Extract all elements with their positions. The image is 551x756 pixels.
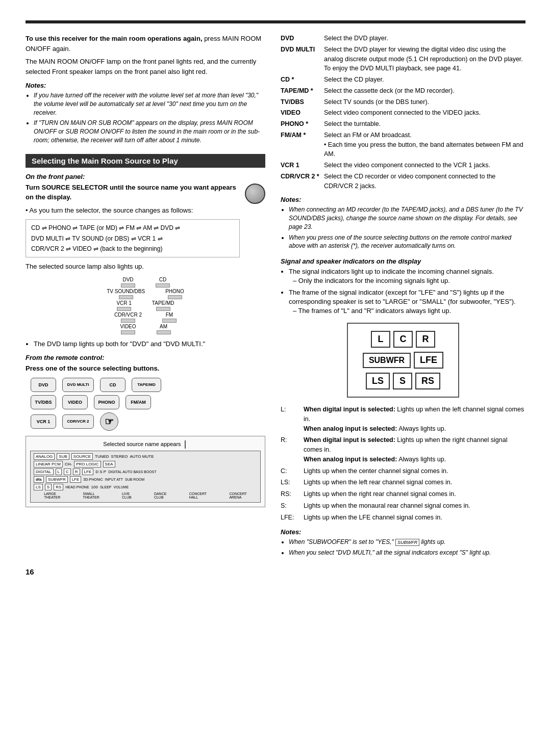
- channel-desc-table: L: When digital input is selected: Light…: [281, 405, 525, 522]
- src-dvd-desc: Select the DVD player.: [324, 34, 525, 43]
- sig-S: S: [393, 373, 412, 389]
- signal-bullets: The signal indicators light up to indica…: [289, 267, 525, 316]
- src-tapemd: TAPE/MD * Select the cassette deck (or t…: [281, 86, 525, 96]
- display-top-label: Selected source name appears: [30, 440, 261, 449]
- source-tvsound-label: TV SOUND/DBS: [107, 289, 145, 294]
- src-dvdmulti-desc: Select the DVD player for viewing the di…: [324, 45, 525, 73]
- disp-volume: VOLUME: [114, 485, 129, 489]
- disp-sub: SUB: [57, 453, 69, 460]
- remote-btn-hand: ☞: [100, 412, 118, 431]
- disp-3d: 3D-PHONIC: [83, 478, 103, 481]
- ch-S-desc: Lights up when the monaural rear channel…: [304, 501, 525, 511]
- disp-sea: SEA: [103, 461, 115, 467]
- signal-bullet-2: The frame of the signal indicator (excep…: [289, 288, 525, 316]
- disp-tuned: TUNED: [95, 454, 109, 459]
- source-tapemd: TAPE/MD: [152, 300, 174, 311]
- source-fm: FM: [162, 312, 177, 323]
- ch-LFE: LFE: Lights up when the LFE channel sign…: [281, 513, 525, 523]
- src-phono: PHONO * Select the turntable.: [281, 119, 525, 129]
- src-cd: CD * Select the CD player.: [281, 75, 525, 85]
- remote-btn-fmam[interactable]: FM/AM: [126, 395, 151, 409]
- display-row4: dts SUBWFR LFE 3D-PHONIC INPUT ATT SUB R…: [34, 476, 257, 483]
- disp-dsp: D S P: [95, 470, 106, 474]
- src-cdrvcr2: CDR/VCR 2 * Select the CD recorder or vi…: [281, 172, 525, 191]
- src-vcr1-label: VCR 1: [281, 161, 324, 170]
- subwfr-badge: SUBWFR: [395, 539, 419, 546]
- src-dvd: DVD Select the DVD player.: [281, 34, 525, 43]
- left-column: To use this receiver for the main room o…: [26, 34, 265, 562]
- src-cdrvcr2-desc: Select the CD recorder or video componen…: [324, 172, 525, 191]
- source-row-4: CDR/VCR 2 FM: [114, 312, 177, 323]
- remote-btn-dvd[interactable]: DVD: [31, 378, 56, 392]
- dvd-note-list: The DVD lamp lights up both for "DVD" an…: [34, 340, 265, 349]
- ch-R-label: R:: [281, 435, 304, 464]
- disp-lfe2: LFE: [70, 476, 82, 483]
- notes-signal-title: Notes:: [281, 528, 525, 536]
- src-tvdbs-label: TV/DBS: [281, 97, 324, 107]
- remote-instruction: Press one of the source selecting button…: [26, 363, 265, 374]
- disp-live-club: LIVECLUB: [122, 492, 132, 499]
- front-panel-subheader: On the front panel:: [26, 173, 265, 180]
- selected-lamp-text: The selected source lamp also lights up.: [26, 262, 265, 272]
- src-cd-label: CD *: [281, 75, 324, 85]
- source-cd: CD: [156, 277, 170, 288]
- source-fm-label: FM: [166, 312, 173, 318]
- src-dvd-label: DVD: [281, 34, 324, 43]
- remote-row-3: VCR 1 CDR/VCR 2 ☞: [31, 412, 265, 431]
- source-video: VIDEO: [120, 324, 136, 334]
- source-descriptions: DVD Select the DVD player. DVD MULTI Sel…: [281, 34, 525, 191]
- remote-btn-tapemd[interactable]: TAPE/MD: [132, 378, 161, 392]
- remote-btn-tvdbs[interactable]: TV/DBS: [31, 395, 56, 409]
- remote-btn-cdrvcr2[interactable]: CDR/VCR 2: [62, 414, 94, 429]
- ch-R: R: When digital input is selected: Light…: [281, 435, 525, 464]
- remote-btn-vcr1[interactable]: VCR 1: [31, 414, 56, 429]
- source-vcr1-label: VCR 1: [116, 300, 131, 306]
- source-dvd-label: DVD: [122, 277, 133, 282]
- remote-btn-phono[interactable]: PHONO: [94, 395, 119, 409]
- display-row2: LINEAR PCM CH- PRO LOGIC SEA: [34, 461, 257, 467]
- src-video: VIDEO Select video component connected t…: [281, 108, 525, 118]
- disp-auto-mute: AUTO MUTE: [130, 454, 154, 459]
- signal-row-1: L C R: [371, 331, 435, 348]
- remote-btn-video[interactable]: VIDEO: [62, 395, 88, 409]
- ch-C-desc: Lights up when the center channel signal…: [304, 466, 525, 476]
- front-panel-section: On the front panel: Turn SOURCE SELECTOR…: [26, 173, 265, 349]
- display-row6: LARGETHEATER SMALLTHEATER LIVECLUB DANCE…: [34, 492, 257, 499]
- src-fmam: FM/AM * Select an FM or AM broadcast.• E…: [281, 131, 525, 159]
- source-video-label: VIDEO: [120, 324, 136, 329]
- src-dvdmulti-label: DVD MULTI: [281, 45, 324, 55]
- sig-C: C: [393, 331, 413, 348]
- disp-linear-pcm: LINEAR PCM: [34, 461, 63, 467]
- source-vcr1-lamp: [117, 307, 131, 311]
- signal-display-box: L C R SUBWFR LFE LS S RS: [347, 323, 459, 398]
- disp-dts: dts: [34, 476, 44, 483]
- display-row5: LS S RS HEAD PHONE 100 SLEEP VOLUME: [34, 484, 257, 490]
- ch-R-desc: When digital input is selected: Lights u…: [304, 435, 525, 464]
- src-tapemd-desc: Select the cassette deck (or the MD reco…: [324, 86, 525, 96]
- remote-btn-dvdmulti[interactable]: DVD MULTI: [62, 378, 94, 392]
- signal-sub-bullet-2: – The frames of "L" and "R" indicators a…: [293, 306, 525, 316]
- disp-input-att: INPUT ATT: [105, 478, 123, 481]
- ch-LFE-label: LFE:: [281, 513, 304, 523]
- intro-paragraph: To use this receiver for the main room o…: [26, 34, 265, 54]
- source-selector-knob[interactable]: [245, 184, 265, 204]
- src-cd-desc: Select the CD player.: [324, 75, 525, 85]
- signal-subheader: Signal and speaker indicators on the dis…: [281, 257, 525, 265]
- intro-notes-box: Notes: If you have turned off the receiv…: [26, 82, 265, 145]
- intro-note-2: If "TURN ON MAIN OR SUB ROOM" appears on…: [34, 119, 265, 144]
- source-cd-label: CD: [159, 277, 166, 282]
- disp-digital: DIGITAL: [34, 468, 54, 475]
- front-panel-bullet: • As you turn the selector, the source c…: [26, 205, 240, 216]
- remote-btn-cd[interactable]: CD: [100, 378, 126, 392]
- source-am-label: AM: [160, 324, 167, 329]
- ch-L-label: L:: [281, 405, 304, 433]
- selector-turn-row: Turn SOURCE SELECTOR until the source na…: [26, 183, 265, 262]
- source-dvd-lamp: [121, 283, 135, 288]
- ch-L-bold2: When analog input is selected:: [304, 425, 397, 432]
- src-fmam-label: FM/AM *: [281, 131, 324, 140]
- src-vcr1-desc: Select the video component connected to …: [324, 161, 525, 170]
- src-tvdbs-desc: Select TV sounds (or the DBS tuner).: [324, 97, 525, 107]
- disp-pro-logic: PRO LOGIC: [74, 461, 101, 467]
- notes-right: Notes: When connecting an MD recorder (t…: [281, 196, 525, 250]
- disp-s: S: [45, 484, 52, 490]
